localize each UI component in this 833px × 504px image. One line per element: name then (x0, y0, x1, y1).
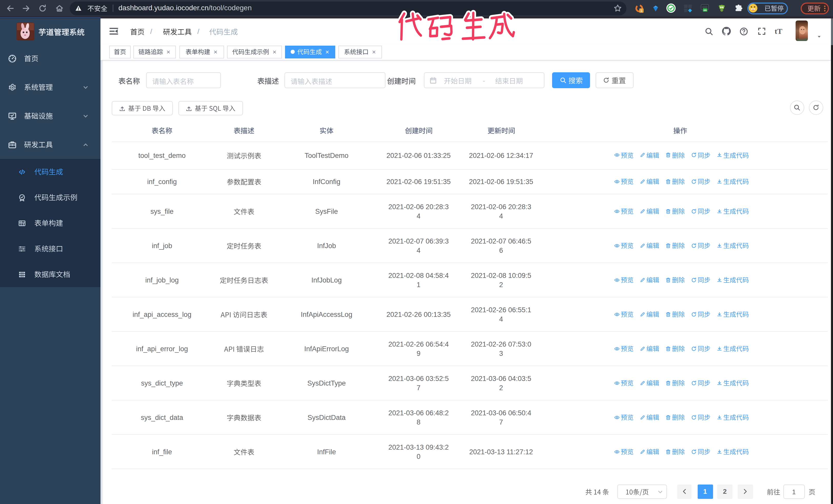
svg-text:on: on (704, 9, 707, 12)
svg-text:1: 1 (640, 8, 642, 13)
